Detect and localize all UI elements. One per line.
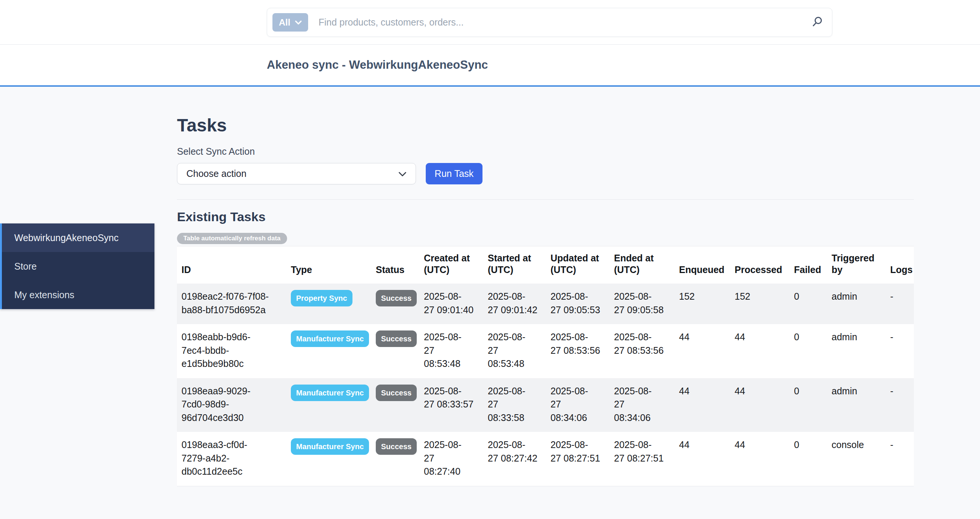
cell-enqueued: 44 (675, 432, 730, 486)
cell-type: Manufacturer Sync (286, 324, 371, 378)
cell-updated: 2025-08- 27 09:05:53 (546, 284, 609, 324)
column-header-created: Created at (UTC) (419, 246, 483, 284)
type-badge: Property Sync (291, 290, 352, 306)
cell-enqueued: 152 (675, 284, 730, 324)
cell-id: 0198eabb-b9d6- 7ec4-bbdb- e1d5bbe9b80c (177, 324, 286, 378)
cell-triggered_by: admin (827, 378, 886, 432)
cell-processed: 152 (730, 284, 789, 324)
sync-action-selected-value: Choose action (186, 168, 247, 179)
cell-status: Success (371, 324, 419, 378)
sidebar-item-my-extensions[interactable]: My extensions (2, 281, 154, 309)
cell-ended: 2025-08- 27 09:05:58 (609, 284, 675, 324)
table-row: 0198eac2-f076-7f08- ba88-bf1075d6952aPro… (177, 284, 914, 324)
tasks-heading: Tasks (177, 115, 914, 136)
page-title: Akeneo sync - WebwirkungAkeneoSync (267, 58, 488, 72)
topbar: All (0, 0, 980, 45)
type-badge: Manufacturer Sync (291, 384, 369, 401)
run-task-button[interactable]: Run Task (426, 163, 482, 184)
cell-status: Success (371, 378, 419, 432)
table-row: 0198eaa9-9029- 7cd0-98d9- 96d704ce3d30Ma… (177, 378, 914, 432)
sync-action-label: Select Sync Action (177, 146, 914, 157)
column-header-failed: Failed (789, 246, 827, 284)
sidebar-item-webwirkungakeneosync[interactable]: WebwirkungAkeneoSync (2, 224, 154, 252)
cell-ended: 2025-08- 27 08:27:51 (609, 432, 675, 486)
chevron-down-icon (398, 168, 407, 179)
cell-status: Success (371, 284, 419, 324)
search-icon (811, 15, 824, 29)
cell-id: 0198eaa3-cf0d- 7279-a4b2- db0c11d2ee5c (177, 432, 286, 486)
cell-failed: 0 (789, 378, 827, 432)
cell-enqueued: 44 (675, 378, 730, 432)
content-area: WebwirkungAkeneoSyncStoreMy extensions T… (0, 87, 980, 517)
status-badge: Success (376, 290, 417, 306)
cell-processed: 44 (730, 324, 789, 378)
cell-logs: - (886, 378, 914, 432)
cell-failed: 0 (789, 284, 827, 324)
cell-triggered_by: admin (827, 284, 886, 324)
cell-id: 0198eac2-f076-7f08- ba88-bf1075d6952a (177, 284, 286, 324)
cell-created: 2025-08- 27 08:53:48 (419, 324, 483, 378)
column-header-ended: Ended at (UTC) (609, 246, 675, 284)
status-badge: Success (376, 438, 417, 455)
cell-triggered_by: admin (827, 324, 886, 378)
search-scope-label: All (279, 17, 291, 28)
search-scope-button[interactable]: All (272, 13, 308, 32)
sidebar: WebwirkungAkeneoSyncStoreMy extensions (0, 224, 154, 309)
column-header-triggered_by: Triggered by (827, 246, 886, 284)
column-header-enqueued: Enqueued (675, 246, 730, 284)
cell-started: 2025-08- 27 08:33:58 (483, 378, 546, 432)
module-header: Akeneo sync - WebwirkungAkeneoSync (0, 45, 980, 87)
column-header-id: ID (177, 246, 286, 284)
action-row: Choose action Run Task (177, 163, 914, 184)
cell-created: 2025-08- 27 08:27:40 (419, 432, 483, 486)
sidebar-item-store[interactable]: Store (2, 252, 154, 281)
cell-type: Manufacturer Sync (286, 378, 371, 432)
cell-status: Success (371, 432, 419, 486)
chevron-down-icon (295, 20, 302, 25)
cell-enqueued: 44 (675, 324, 730, 378)
column-header-started: Started at (UTC) (483, 246, 546, 284)
cell-started: 2025-08- 27 08:53:48 (483, 324, 546, 378)
cell-ended: 2025-08- 27 08:34:06 (609, 378, 675, 432)
cell-processed: 44 (730, 378, 789, 432)
table-header-row: IDTypeStatusCreated at (UTC)Started at (… (177, 246, 914, 284)
status-badge: Success (376, 384, 417, 401)
cell-logs: - (886, 432, 914, 486)
cell-updated: 2025-08- 27 08:34:06 (546, 378, 609, 432)
cell-updated: 2025-08- 27 08:27:51 (546, 432, 609, 486)
cell-type: Manufacturer Sync (286, 432, 371, 486)
cell-failed: 0 (789, 432, 827, 486)
column-header-processed: Processed (730, 246, 789, 284)
cell-type: Property Sync (286, 284, 371, 324)
section-divider (177, 199, 914, 200)
table-row: 0198eaa3-cf0d- 7279-a4b2- db0c11d2ee5cMa… (177, 432, 914, 486)
table-row: 0198eabb-b9d6- 7ec4-bbdb- e1d5bbe9b80cMa… (177, 324, 914, 378)
global-search-bar: All (267, 8, 832, 37)
cell-started: 2025-08- 27 08:27:42 (483, 432, 546, 486)
cell-processed: 44 (730, 432, 789, 486)
cell-created: 2025-08- 27 09:01:40 (419, 284, 483, 324)
cell-ended: 2025-08- 27 08:53:56 (609, 324, 675, 378)
existing-tasks-heading: Existing Tasks (177, 210, 914, 224)
type-badge: Manufacturer Sync (291, 438, 369, 455)
cell-logs: - (886, 284, 914, 324)
cell-failed: 0 (789, 324, 827, 378)
main-panel: Tasks Select Sync Action Choose action R… (177, 87, 914, 486)
auto-refresh-badge: Table automatically refresh data (177, 233, 287, 244)
column-header-type: Type (286, 246, 371, 284)
cell-updated: 2025-08- 27 08:53:56 (546, 324, 609, 378)
cell-started: 2025-08- 27 09:01:42 (483, 284, 546, 324)
sync-action-select[interactable]: Choose action (177, 163, 416, 184)
status-badge: Success (376, 330, 417, 347)
search-button[interactable] (811, 15, 824, 29)
cell-triggered_by: console (827, 432, 886, 486)
cell-id: 0198eaa9-9029- 7cd0-98d9- 96d704ce3d30 (177, 378, 286, 432)
column-header-status: Status (371, 246, 419, 284)
column-header-logs: Logs (886, 246, 914, 284)
tasks-table: IDTypeStatusCreated at (UTC)Started at (… (177, 246, 914, 486)
column-header-updated: Updated at (UTC) (546, 246, 609, 284)
cell-created: 2025-08- 27 08:33:57 (419, 378, 483, 432)
type-badge: Manufacturer Sync (291, 330, 369, 347)
cell-logs: - (886, 324, 914, 378)
search-input[interactable] (318, 16, 811, 28)
